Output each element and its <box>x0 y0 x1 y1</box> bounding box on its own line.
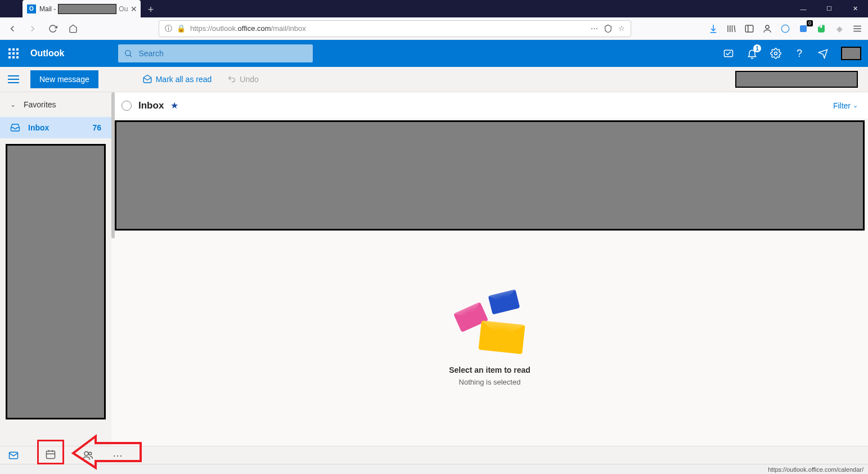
inbox-unread-count: 76 <box>92 123 101 132</box>
home-button[interactable] <box>65 21 81 37</box>
browser-tab[interactable]: O Mail - Ou ✕ <box>23 0 141 17</box>
sidebar-redacted <box>6 144 106 419</box>
search-icon <box>124 49 133 58</box>
empty-state-title: Select an item to read <box>449 365 530 374</box>
settings-icon[interactable] <box>770 48 781 59</box>
tab-title-redacted <box>58 4 116 14</box>
extension-icon-3[interactable]: ◆ <box>833 22 845 35</box>
help-icon[interactable]: ? <box>794 48 805 59</box>
empty-state-subtitle: Nothing is selected <box>459 378 521 386</box>
mark-all-read-button[interactable]: Mark all as read <box>142 74 212 84</box>
mail-open-icon <box>142 74 152 84</box>
search-input[interactable] <box>138 49 307 58</box>
chevron-down-icon: ⌄ <box>853 102 858 109</box>
favorites-header[interactable]: ⌄ Favorites <box>0 92 111 117</box>
menu-button[interactable] <box>851 22 863 35</box>
tab-title-suffix: Ou <box>119 5 128 13</box>
back-button[interactable] <box>5 21 20 37</box>
message-pane: Inbox ★ Filter ⌄ Select an item to read … <box>111 92 868 446</box>
svg-rect-3 <box>800 25 807 32</box>
reader-protection-icon[interactable] <box>604 24 613 33</box>
address-bar[interactable]: ⓘ 🔒 https://outlook.office.com/mail/inbo… <box>159 20 631 37</box>
extension-badge: 0 <box>807 20 813 26</box>
svg-rect-0 <box>745 25 753 32</box>
scrollbar[interactable] <box>111 92 115 238</box>
more-modules-button[interactable]: ⋯ <box>111 449 125 462</box>
chevron-down-icon: ⌄ <box>10 101 16 109</box>
window-controls: — ☐ ✕ <box>790 0 868 17</box>
minimize-button[interactable]: — <box>790 0 816 17</box>
svg-point-1 <box>766 25 769 29</box>
inbox-header: Inbox ★ Filter ⌄ <box>111 92 868 119</box>
inbox-icon <box>10 123 20 133</box>
notification-badge: 1 <box>753 44 761 52</box>
app-name[interactable]: Outlook <box>30 48 64 58</box>
favorite-star-icon[interactable]: ★ <box>170 100 178 111</box>
app-launcher-button[interactable] <box>0 40 27 67</box>
nav-toggle-button[interactable] <box>7 73 20 86</box>
tab-close-icon[interactable]: ✕ <box>131 4 137 13</box>
svg-rect-8 <box>47 451 55 458</box>
close-window-button[interactable]: ✕ <box>842 0 868 17</box>
maximize-button[interactable]: ☐ <box>816 0 842 17</box>
page-actions-icon[interactable]: ⋯ <box>591 24 598 33</box>
lock-icon: 🔒 <box>177 24 186 33</box>
calendar-module-button[interactable] <box>37 440 64 464</box>
site-info-icon[interactable]: ⓘ <box>165 24 172 34</box>
account-icon[interactable] <box>761 22 773 35</box>
outlook-header: Outlook 1 ? <box>0 40 868 67</box>
outlook-favicon: O <box>27 4 36 13</box>
extension-icon-2[interactable]: 0 <box>797 22 809 35</box>
forward-button[interactable] <box>25 21 41 37</box>
new-tab-button[interactable]: + <box>143 2 159 17</box>
extension-icon-1[interactable] <box>779 22 791 35</box>
commandbar-redacted <box>735 71 858 88</box>
inbox-folder[interactable]: Inbox 76 <box>0 117 111 138</box>
select-all-toggle[interactable] <box>122 101 132 111</box>
command-bar: New message Mark all as read Undo <box>0 67 868 92</box>
notifications-icon[interactable]: 1 <box>746 48 758 59</box>
tab-title-prefix: Mail - <box>39 5 56 13</box>
reload-button[interactable] <box>45 21 61 37</box>
svg-point-9 <box>84 452 88 455</box>
downloads-icon[interactable] <box>707 22 719 35</box>
svg-point-2 <box>781 25 789 33</box>
folder-sidebar: ⌄ Favorites Inbox 76 <box>0 92 111 446</box>
browser-titlebar: O Mail - Ou ✕ + — ☐ ✕ <box>0 0 868 17</box>
browser-statusbar: https://outlook.office.com/calendar/ <box>0 464 868 474</box>
library-icon[interactable] <box>725 22 737 35</box>
undo-icon <box>227 75 236 84</box>
module-switcher: ⋯ <box>0 446 868 464</box>
browser-navbar: ⓘ 🔒 https://outlook.office.com/mail/inbo… <box>0 17 868 40</box>
toolbar-right: 0 ◆ <box>707 22 863 35</box>
evernote-icon[interactable] <box>815 22 827 35</box>
reading-pane-empty: Select an item to read Nothing is select… <box>111 231 868 446</box>
sidebar-toggle-icon[interactable] <box>743 22 755 35</box>
undo-button[interactable]: Undo <box>227 75 258 84</box>
svg-point-4 <box>125 51 131 56</box>
filter-button[interactable]: Filter ⌄ <box>833 101 858 110</box>
svg-point-6 <box>775 52 777 55</box>
feedback-icon[interactable] <box>817 48 829 59</box>
people-module-button[interactable] <box>81 449 95 462</box>
svg-point-10 <box>89 452 92 455</box>
search-box[interactable] <box>118 44 313 62</box>
profile-avatar-redacted[interactable] <box>841 47 861 60</box>
bookmark-star-icon[interactable]: ☆ <box>618 24 625 33</box>
message-list-redacted <box>115 120 865 231</box>
quick-actions-icon[interactable] <box>723 48 734 59</box>
new-message-button[interactable]: New message <box>30 70 98 88</box>
status-hover-url: https://outlook.office.com/calendar/ <box>768 466 863 473</box>
folder-title: Inbox <box>138 100 164 111</box>
url-text: https://outlook.office.com/mail/inbox <box>190 24 306 33</box>
mail-module-button[interactable] <box>7 449 20 462</box>
empty-state-illustration <box>456 290 524 352</box>
